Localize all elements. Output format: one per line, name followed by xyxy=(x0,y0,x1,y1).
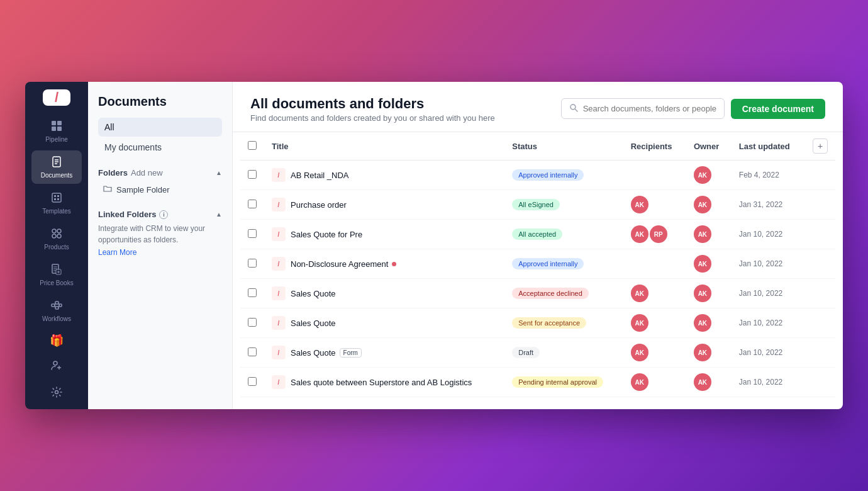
sidebar-item-gift[interactable]: 🎁 xyxy=(31,330,82,351)
owner-avatar: AK xyxy=(694,196,711,213)
row-owner-cell: AK xyxy=(686,279,732,308)
svg-line-30 xyxy=(58,303,59,305)
status-badge: Sent for acceptance xyxy=(512,317,586,329)
row-checkbox-cell xyxy=(240,308,264,338)
row-actions-cell xyxy=(805,249,835,279)
row-checkbox[interactable] xyxy=(248,259,257,268)
row-actions-cell xyxy=(805,279,835,308)
row-title-cell: /Non-Disclosure Agreement xyxy=(264,249,504,279)
svg-rect-27 xyxy=(59,304,62,307)
row-title-cell: /Sales Quote for Pre xyxy=(264,220,504,249)
svg-rect-1 xyxy=(57,121,62,125)
document-title[interactable]: Sales Quote xyxy=(291,319,336,328)
svg-rect-0 xyxy=(52,121,56,125)
row-owner-cell: AK xyxy=(686,338,732,368)
gift-icon: 🎁 xyxy=(50,335,64,346)
sidebar-item-workflows[interactable]: Workflows xyxy=(31,294,82,327)
table-row: /Sales Quote for PreAll acceptedAKRPAKJa… xyxy=(240,220,835,249)
recipient-avatar: AK xyxy=(631,314,648,332)
learn-more-link[interactable]: Learn More xyxy=(98,248,222,257)
document-title[interactable]: Sales Quote xyxy=(291,289,336,298)
col-checkbox xyxy=(240,132,264,161)
svg-point-32 xyxy=(53,361,57,365)
row-recipients-cell: AK xyxy=(623,190,686,220)
col-last-updated: Last updated xyxy=(732,132,805,161)
sidebar-item-workflows-label: Workflows xyxy=(42,315,71,322)
row-title-cell: /Sales Quote xyxy=(264,279,504,308)
table-row: /Sales QuoteAcceptance declinedAKAKJan 1… xyxy=(240,279,835,308)
col-owner: Owner xyxy=(686,132,732,161)
status-badge: Approved internally xyxy=(512,169,584,181)
row-checkbox[interactable] xyxy=(248,288,257,297)
sidebar-item-products-label: Products xyxy=(44,244,69,251)
search-bar[interactable] xyxy=(561,98,725,119)
sidebar-item-price-books-label: Price Books xyxy=(40,279,73,286)
sidebar-item-documents[interactable]: Documents xyxy=(31,150,82,184)
row-date-cell: Jan 31, 2022 xyxy=(732,190,805,220)
documents-icon xyxy=(50,155,63,170)
row-checkbox[interactable] xyxy=(248,229,257,238)
row-recipients-cell xyxy=(623,161,686,190)
row-checkbox[interactable] xyxy=(248,318,257,327)
folder-sample[interactable]: Sample Folder xyxy=(98,181,222,198)
sidebar-item-price-books[interactable]: Price Books xyxy=(31,258,82,291)
row-checkbox[interactable] xyxy=(248,170,257,179)
status-badge: All eSigned xyxy=(512,199,560,210)
status-badge: All accepted xyxy=(512,229,562,240)
document-title[interactable]: Sales Quote for Pre xyxy=(291,230,362,239)
row-checkbox[interactable] xyxy=(248,347,257,356)
select-all-checkbox[interactable] xyxy=(248,141,257,150)
main-header: All documents and folders Find documents… xyxy=(233,82,843,132)
sidebar-item-products[interactable]: Products xyxy=(31,222,82,256)
svg-rect-26 xyxy=(55,307,58,309)
sidebar-item-templates[interactable]: Templates xyxy=(31,186,82,220)
svg-point-14 xyxy=(57,229,61,233)
sidebar-item-pipeline[interactable]: Pipeline xyxy=(31,115,82,148)
table-row: /Sales QuoteFormDraftAKAKJan 10, 2022 xyxy=(240,338,835,368)
pipeline-icon xyxy=(50,120,63,134)
linked-folders-description: Integrate with CRM to view your opportun… xyxy=(98,223,222,246)
row-date-cell: Jan 10, 2022 xyxy=(732,249,805,279)
col-add[interactable]: + xyxy=(805,132,835,161)
sidebar-item-settings[interactable] xyxy=(31,381,82,405)
row-owner-cell: AK xyxy=(686,308,732,338)
row-actions-cell xyxy=(805,190,835,220)
document-title[interactable]: Non-Disclosure Agreement xyxy=(291,259,388,269)
price-books-icon xyxy=(50,263,63,278)
sidebar-item-add-user[interactable] xyxy=(31,354,82,378)
row-title-cell: /Sales QuoteForm xyxy=(264,338,504,368)
recipient-avatar: AK xyxy=(631,285,648,302)
document-icon: / xyxy=(272,375,286,389)
document-title[interactable]: Sales quote between Superstore and AB Lo… xyxy=(291,378,472,387)
document-title[interactable]: Sales Quote xyxy=(291,348,336,358)
folder-icon xyxy=(103,184,112,195)
row-owner-cell: AK xyxy=(686,161,732,190)
folders-section-header: Folders Add new ▲ xyxy=(98,168,222,178)
create-document-button[interactable]: Create document xyxy=(731,99,825,119)
nav-my-documents[interactable]: My documents xyxy=(98,138,222,157)
add-folder-button[interactable]: Add new xyxy=(131,168,163,178)
row-checkbox-cell xyxy=(240,338,264,368)
svg-point-36 xyxy=(570,104,576,110)
document-title[interactable]: AB Retail _NDA xyxy=(291,171,348,180)
owner-avatar: AK xyxy=(694,285,711,302)
recipient-avatar: AK xyxy=(631,344,648,361)
document-title[interactable]: Purchase order xyxy=(291,200,347,210)
nav-all[interactable]: All xyxy=(98,118,222,137)
owner-avatar: AK xyxy=(694,373,711,391)
page-subtitle: Find documents and folders created by yo… xyxy=(250,113,495,123)
sidebar-icon-rail: / Pipeline Document xyxy=(25,82,88,409)
owner-avatar: AK xyxy=(694,255,711,273)
documents-table: Title Status Recipients Owner Last updat… xyxy=(240,132,835,397)
row-recipients-cell xyxy=(623,249,686,279)
row-owner-cell: AK xyxy=(686,249,732,279)
add-column-button[interactable]: + xyxy=(813,138,828,154)
row-checkbox[interactable] xyxy=(248,200,257,208)
folders-chevron-icon: ▲ xyxy=(216,169,222,176)
main-content: All documents and folders Find documents… xyxy=(233,82,843,409)
row-checkbox-cell xyxy=(240,368,264,397)
row-title-cell: /Sales quote between Superstore and AB L… xyxy=(264,368,504,397)
status-badge: Draft xyxy=(512,347,540,358)
row-checkbox[interactable] xyxy=(248,377,257,386)
search-input[interactable] xyxy=(583,104,716,113)
